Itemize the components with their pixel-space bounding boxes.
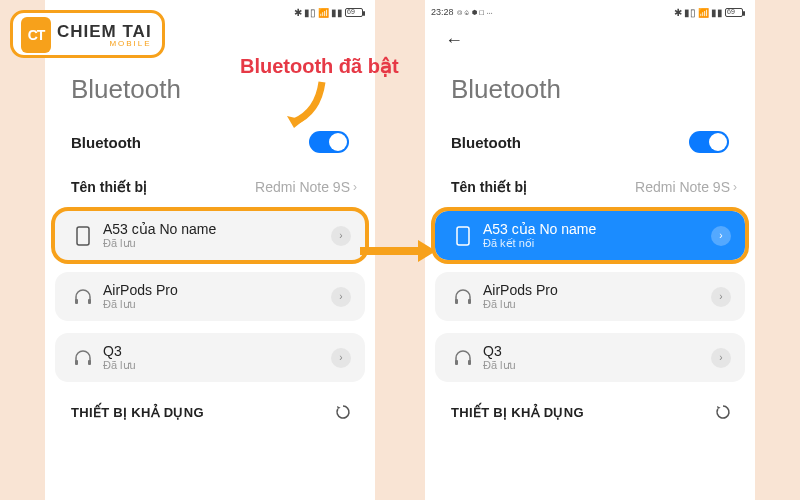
device-more-button[interactable]: › [711,348,731,368]
device-status: Đã lưu [103,298,331,311]
notification-icons: ⌾ ♤ ⬢ ☐ ⋯ [457,7,492,17]
headphones-icon [449,350,477,366]
bluetooth-row-label: Bluetooth [71,134,141,151]
wifi-icon [318,7,329,18]
signal-icon: ▮▯ [304,7,316,18]
svg-rect-2 [88,299,91,304]
phone-screen-right: 23:28 ⌾ ♤ ⬢ ☐ ⋯ ✱ ▮▯ ▮▮ 69 ← Bluetooth B… [425,0,755,500]
svg-rect-4 [88,360,91,365]
battery-icon: 69 [345,8,363,17]
wifi-icon [698,7,709,18]
device-status: Đã lưu [103,359,331,372]
chiemtai-logo: CT CHIEM TAI MOBILE [10,10,165,58]
svg-rect-1 [75,299,78,304]
phone-icon [449,226,477,246]
signal-icon: ▮▯ [684,7,696,18]
bluetooth-status-icon: ✱ [674,7,682,18]
svg-rect-6 [455,299,458,304]
bluetooth-toggle[interactable] [689,131,729,153]
device-more-button[interactable]: › [711,287,731,307]
logo-main-text: CHIEM TAI [57,23,152,40]
device-name: A53 của No name [103,221,331,237]
svg-rect-3 [75,360,78,365]
device-status: Đã lưu [483,359,711,372]
back-button[interactable]: ← [445,30,463,51]
svg-rect-0 [77,227,89,245]
annotation-arrow-down-icon [282,78,332,132]
device-name: A53 của No name [483,221,711,237]
refresh-button[interactable] [711,400,735,424]
device-name-value: Redmi Note 9S [255,179,350,195]
logo-sub-text: MOBILE [57,40,152,48]
headphones-icon [69,289,97,305]
annotation-arrow-right-icon [358,238,438,264]
device-name-row[interactable]: Tên thiết bị Redmi Note 9S › [45,171,375,211]
device-more-button[interactable]: › [331,287,351,307]
device-name: AirPods Pro [103,282,331,298]
device-item-a53[interactable]: A53 của No nameĐã lưu › [55,211,365,260]
available-devices-label: THIẾT BỊ KHẢ DỤNG [451,405,584,420]
refresh-button[interactable] [331,400,355,424]
device-name-label: Tên thiết bị [451,179,527,195]
device-item-airpods[interactable]: AirPods ProĐã lưu › [55,272,365,321]
chevron-right-icon: › [353,180,357,194]
phone-icon [69,226,97,246]
device-more-button[interactable]: › [711,226,731,246]
device-more-button[interactable]: › [331,226,351,246]
device-status: Đã lưu [103,237,331,250]
device-name: Q3 [103,343,331,359]
headphones-icon [449,289,477,305]
device-item-q3[interactable]: Q3Đã lưu › [55,333,365,382]
signal-bars-icon: ▮▮ [331,7,343,18]
device-status: Đã lưu [483,298,711,311]
headphones-icon [69,350,97,366]
device-name: AirPods Pro [483,282,711,298]
status-bar: 23:28 ⌾ ♤ ⬢ ☐ ⋯ ✱ ▮▯ ▮▮ 69 [425,0,755,24]
chevron-right-icon: › [733,180,737,194]
annotation-label: Bluetooth đã bật [240,54,399,78]
device-status: Đã kết nối [483,237,711,250]
page-title: Bluetooth [425,24,755,123]
signal-bars-icon: ▮▮ [711,7,723,18]
device-name-label: Tên thiết bị [71,179,147,195]
device-name-row[interactable]: Tên thiết bị Redmi Note 9S › [425,171,755,211]
device-item-a53[interactable]: A53 của No nameĐã kết nối › [435,211,745,260]
svg-rect-9 [468,360,471,365]
bluetooth-row-label: Bluetooth [451,134,521,151]
device-item-airpods[interactable]: AirPods ProĐã lưu › [435,272,745,321]
logo-icon: CT [21,17,51,53]
svg-rect-7 [468,299,471,304]
status-time: 23:28 [431,7,454,17]
device-item-q3[interactable]: Q3Đã lưu › [435,333,745,382]
device-more-button[interactable]: › [331,348,351,368]
svg-rect-8 [455,360,458,365]
bluetooth-toggle[interactable] [309,131,349,153]
device-name-value: Redmi Note 9S [635,179,730,195]
svg-rect-5 [457,227,469,245]
bluetooth-status-icon: ✱ [294,7,302,18]
battery-icon: 69 [725,8,743,17]
device-name: Q3 [483,343,711,359]
available-devices-label: THIẾT BỊ KHẢ DỤNG [71,405,204,420]
